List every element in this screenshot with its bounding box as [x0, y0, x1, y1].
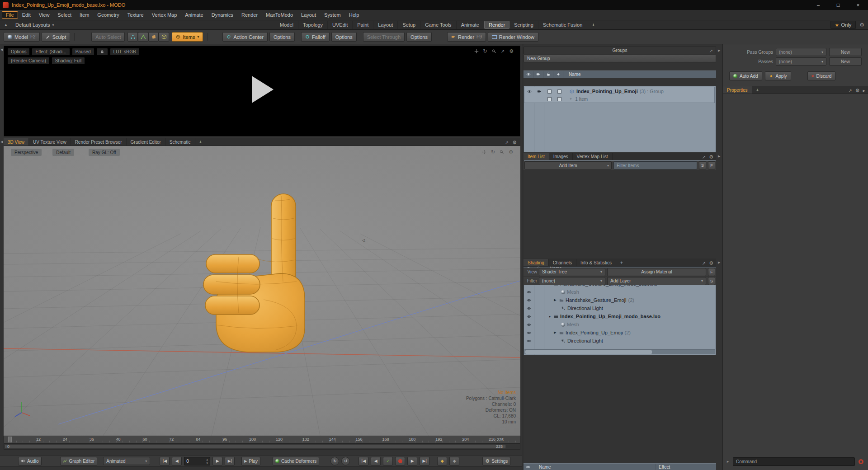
record-macro-icon[interactable]: [859, 459, 863, 464]
prev-keyframe-button[interactable]: |◀: [359, 457, 368, 465]
gear-icon[interactable]: ⚙: [855, 88, 860, 94]
tab-render-preset-browser[interactable]: Render Preset Browser: [71, 138, 127, 146]
pan-icon[interactable]: [482, 150, 486, 154]
menu-item-geometry[interactable]: Geometry: [93, 11, 123, 19]
next-keyframe-button[interactable]: ▶|: [420, 457, 429, 465]
graph-editor-button[interactable]: Graph Editor: [60, 457, 98, 465]
menu-item-item[interactable]: Item: [75, 11, 93, 19]
cache-deformers-button[interactable]: Cache Deformers: [273, 457, 319, 465]
shader-filter-dropdown[interactable]: (none) ▾: [539, 277, 605, 285]
gear-icon[interactable]: ⚙: [709, 260, 713, 266]
eye-icon[interactable]: [524, 304, 534, 312]
render-column-icon[interactable]: [533, 71, 543, 78]
visibility-column-icon[interactable]: [524, 71, 533, 78]
layout-tab-render[interactable]: Render: [484, 21, 509, 29]
eye-icon[interactable]: [524, 288, 534, 296]
command-input[interactable]: [733, 457, 855, 466]
zoom-icon[interactable]: [500, 150, 504, 154]
menu-item-view[interactable]: View: [35, 11, 54, 19]
audio-button[interactable]: Audio: [18, 457, 42, 465]
menu-item-vertex-map[interactable]: Vertex Map: [148, 11, 181, 19]
add-item-button[interactable]: Add Item ▾: [524, 161, 612, 169]
preview-paused-button[interactable]: Paused: [72, 48, 94, 55]
menu-item-texture[interactable]: Texture: [123, 11, 148, 19]
menu-item-animate[interactable]: Animate: [181, 11, 207, 19]
timeline-ruler[interactable]: 0 12 24 36 48 60 72 84 96 108 120 132 14…: [4, 436, 520, 443]
tab-item-list[interactable]: Item List: [524, 153, 549, 160]
expand-icon[interactable]: ↗: [702, 261, 706, 266]
layout-tab-game-tools[interactable]: Game Tools: [420, 21, 457, 29]
timeline-range-bar[interactable]: 0 225: [4, 443, 520, 450]
layout-tab-schematic-fusion[interactable]: Schematic Fusion: [538, 21, 587, 29]
lock-column-icon[interactable]: [543, 71, 553, 78]
falloff-button[interactable]: Falloff: [301, 32, 330, 42]
expand-icon[interactable]: ↗: [501, 49, 505, 54]
assign-material-button[interactable]: Assign Material: [607, 268, 706, 276]
group-sub-row[interactable]: + 1 Item: [524, 95, 714, 103]
tab-images[interactable]: Images: [549, 153, 573, 160]
menu-item-layout[interactable]: Layout: [297, 11, 320, 19]
preview-lock-button[interactable]: [97, 48, 108, 55]
group-checkbox[interactable]: [554, 95, 564, 103]
menu-item-help[interactable]: Help: [345, 11, 363, 19]
pan-icon[interactable]: [474, 49, 479, 53]
viewport-3d[interactable]: -z: [4, 146, 520, 436]
preview-camera-button[interactable]: (Render Camera): [8, 57, 49, 64]
panel-collapse-icon[interactable]: ◀: [0, 140, 3, 144]
apply-button[interactable]: Apply: [765, 71, 791, 80]
item-list-row[interactable]: Directional Light: [524, 337, 716, 345]
tab-channels[interactable]: Channels: [549, 259, 576, 266]
add-key-button[interactable]: ◆: [437, 457, 447, 465]
scrollbar-thumb[interactable]: [525, 350, 652, 354]
preview-lut-button[interactable]: LUT: sRGB: [110, 48, 139, 55]
frame-spinner[interactable]: ▲▼: [206, 458, 208, 465]
step-back-key-button[interactable]: ◀: [371, 457, 381, 465]
edges-mode-button[interactable]: [138, 32, 148, 42]
new-group-button[interactable]: New Group: [524, 55, 716, 62]
preview-shading-button[interactable]: Shading: Full: [52, 57, 85, 64]
preview-options-button[interactable]: Options: [8, 48, 29, 55]
item-list-row[interactable]: ▶ Index_Pointing_Up_Emoji (2): [524, 329, 716, 337]
item-list-row[interactable]: ▼ Index_Pointing_Up_Emoji_modo_base.lxo: [524, 312, 716, 320]
items-mode-button[interactable]: Items ▾: [172, 32, 203, 42]
add-shading-tab-button[interactable]: +: [616, 259, 627, 266]
menu-item-dynamics[interactable]: Dynamics: [208, 11, 237, 19]
layout-switcher[interactable]: Default Layouts ▾: [12, 22, 57, 28]
layout-tab-scripting[interactable]: Scripting: [509, 21, 538, 29]
anim-mode-dropdown[interactable]: Animated ▾: [103, 457, 150, 465]
zoom-icon[interactable]: [492, 49, 496, 53]
menu-item-system[interactable]: System: [320, 11, 345, 19]
discard-button[interactable]: × Discard: [807, 71, 836, 80]
action-center-options-button[interactable]: Options: [269, 32, 295, 42]
orbit-icon[interactable]: ↻: [491, 149, 495, 155]
shading-style-button[interactable]: Default: [52, 149, 74, 156]
home-icon[interactable]: ▲: [0, 23, 12, 27]
go-to-start-button[interactable]: |◀: [160, 457, 170, 465]
filter-mode-button[interactable]: F: [708, 161, 715, 169]
render-button[interactable]: Render F9: [447, 32, 486, 42]
panel-collapse-icon[interactable]: ▶: [718, 49, 720, 52]
tab-uv-texture-view[interactable]: UV Texture View: [29, 138, 71, 146]
model-mode-button[interactable]: Model F2: [4, 32, 40, 42]
preview-effect-button[interactable]: Effect: (Shadi...: [32, 48, 69, 55]
render-camera-icon[interactable]: [534, 87, 544, 95]
menu-item-render[interactable]: Render: [237, 11, 262, 19]
group-checkbox[interactable]: [544, 87, 554, 95]
panel-collapse-icon[interactable]: ◀: [0, 48, 3, 52]
panel-collapse-icon[interactable]: ▶: [718, 155, 720, 158]
gear-icon[interactable]: ⚙: [509, 48, 514, 54]
next-frame-button[interactable]: ▶: [212, 457, 222, 465]
tab-vertex-map-list[interactable]: Vertex Map List: [573, 153, 613, 160]
menu-item-select[interactable]: Select: [53, 11, 75, 19]
play-overlay-icon[interactable]: [252, 76, 274, 103]
new-pass-button[interactable]: New: [829, 57, 862, 66]
gear-icon[interactable]: ⚙: [859, 22, 864, 28]
render-preview[interactable]: Options Effect: (Shadi... Paused LUT: sR…: [4, 46, 520, 136]
materials-mode-button[interactable]: [159, 32, 169, 42]
panel-collapse-icon[interactable]: ▶: [863, 89, 865, 93]
record-button[interactable]: [395, 457, 405, 465]
menu-item-edit[interactable]: Edit: [18, 11, 35, 19]
tab-shading[interactable]: Shading: [524, 259, 549, 266]
shader-view-dropdown[interactable]: Shader Tree ▾: [539, 268, 605, 276]
gear-icon[interactable]: ⚙: [509, 149, 513, 155]
